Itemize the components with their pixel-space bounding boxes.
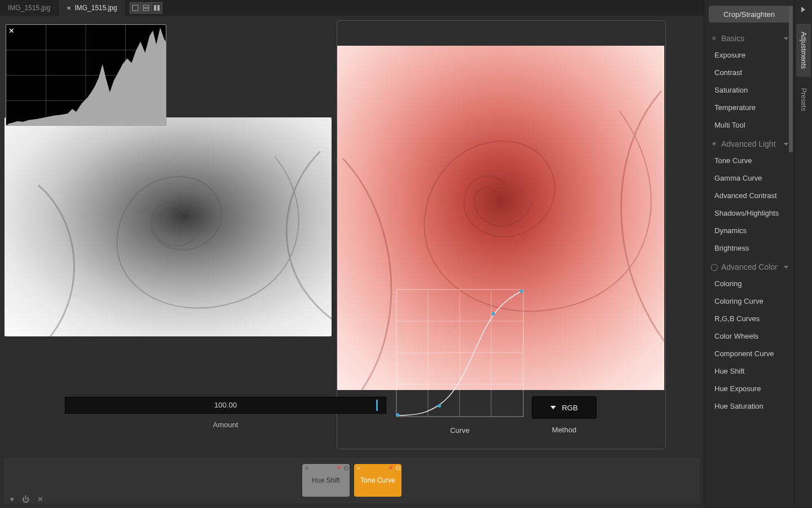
scrollbar[interactable] (789, 6, 793, 231)
close-icon[interactable]: ✕ (356, 465, 361, 471)
svg-point-20 (396, 413, 399, 417)
tool-item[interactable]: Hue Saturation (704, 397, 794, 415)
effect-chip-tone-curve[interactable]: ✕ 📌⏻ Tone Curve (354, 464, 401, 497)
svg-rect-3 (154, 5, 156, 11)
tool-item[interactable]: Component Curve (704, 345, 794, 362)
tool-item[interactable]: Hue Exposure (704, 380, 794, 397)
document-tab[interactable]: ✕ IMG_1515.jpg (59, 0, 125, 16)
section-title: Advanced Color (721, 262, 778, 271)
view-single-button[interactable] (130, 2, 141, 14)
preview-edited-panel: Curve RGB Method (337, 20, 666, 449)
slider-handle[interactable] (376, 400, 378, 411)
tool-item[interactable]: Exposure (704, 46, 794, 64)
preview-original (5, 117, 332, 336)
tool-item[interactable]: Dynamics (704, 222, 794, 239)
right-dock: Adjustments Presets (794, 0, 812, 508)
method-label: Method (532, 426, 597, 434)
tool-item[interactable]: Hue Shift (704, 362, 794, 380)
amount-slider[interactable]: 100.00 (65, 397, 386, 414)
crop-straighten-button[interactable]: Crop/Straighten (709, 6, 789, 23)
power-icon[interactable]: ⏻ (22, 495, 29, 503)
sun-icon: ☀ (710, 140, 718, 148)
tool-item[interactable]: Coloring (704, 275, 794, 292)
view-toggle-group (130, 0, 162, 16)
tool-item[interactable]: Saturation (704, 81, 794, 99)
tool-item[interactable]: R,G,B Curves (704, 310, 794, 327)
effect-chip-hue-shift[interactable]: ✕ 📌⏻ Hue Shift (302, 464, 350, 497)
method-value: RGB (562, 404, 577, 412)
tool-item[interactable]: Multi Tool (704, 116, 794, 134)
section-title: Basics (721, 34, 744, 43)
chevron-down-icon (550, 406, 556, 409)
tone-curve-editor[interactable] (396, 290, 523, 417)
adjustments-sidebar: Crop/Straighten≡BasicsExposureContrastSa… (704, 0, 794, 508)
chevron-down-icon (784, 266, 788, 269)
expand-icon[interactable] (801, 7, 805, 12)
palette-icon: ◯ (710, 263, 718, 271)
amount-value: 100.00 (65, 401, 386, 409)
svg-point-21 (438, 404, 441, 408)
chevron-down-icon[interactable]: ▾ (10, 495, 14, 503)
effect-label: Tone Curve (360, 476, 395, 484)
section-header[interactable]: ≡Basics (704, 28, 794, 46)
amount-label: Amount (65, 421, 386, 429)
effect-label: Hue Shift (312, 476, 339, 484)
section-title: Advanced Light (721, 139, 776, 148)
pin-icon[interactable]: 📌 (336, 465, 342, 471)
effects-strip: ▾ ⏻ ✕ ✕ 📌⏻ Hue Shift ✕ 📌⏻ Tone Curve (3, 457, 700, 503)
close-icon[interactable]: ✕ (304, 465, 309, 471)
svg-point-23 (520, 290, 523, 293)
svg-rect-1 (143, 5, 149, 7)
tool-item[interactable]: Tone Curve (704, 152, 794, 169)
chevron-down-icon (784, 143, 788, 146)
tool-item[interactable]: Coloring Curve (704, 292, 794, 310)
tool-item[interactable]: Contrast (704, 64, 794, 81)
document-tab[interactable]: IMG_1515.jpg (0, 0, 59, 16)
tool-item[interactable]: Brightness (704, 239, 794, 257)
svg-rect-4 (157, 5, 160, 11)
section-header[interactable]: ◯Advanced Color (704, 257, 794, 275)
curve-label: Curve (396, 426, 523, 435)
view-split-v-button[interactable] (151, 2, 162, 14)
tool-item[interactable]: Color Wheels (704, 327, 794, 345)
tool-item[interactable]: Gamma Curve (704, 169, 794, 187)
svg-rect-2 (143, 8, 149, 11)
power-icon[interactable]: ⏻ (343, 465, 348, 471)
histogram-panel[interactable]: ✕ (6, 24, 166, 126)
method-dropdown[interactable]: RGB (532, 396, 597, 419)
dock-tab-adjustments[interactable]: Adjustments (796, 24, 811, 77)
tab-label: IMG_1515.jpg (74, 4, 117, 12)
close-icon[interactable]: ✕ (67, 5, 71, 11)
power-icon[interactable]: ⏻ (395, 465, 400, 471)
tool-item[interactable]: Shadows/Highlights (704, 204, 794, 222)
document-tabbar: IMG_1515.jpg ✕ IMG_1515.jpg (0, 0, 704, 16)
tool-item[interactable]: Temperature (704, 99, 794, 116)
view-split-h-button[interactable] (140, 2, 152, 14)
tool-item[interactable]: Advanced Contrast (704, 187, 794, 204)
svg-rect-0 (133, 5, 138, 11)
section-header[interactable]: ☀Advanced Light (704, 134, 794, 152)
svg-point-22 (492, 312, 495, 316)
close-icon[interactable]: ✕ (37, 495, 43, 503)
sliders-icon: ≡ (710, 34, 718, 42)
pin-icon[interactable]: 📌 (387, 465, 394, 471)
dock-tab-presets[interactable]: Presets (796, 80, 811, 119)
chevron-down-icon (784, 37, 788, 40)
tab-label: IMG_1515.jpg (8, 4, 50, 12)
close-icon[interactable]: ✕ (8, 27, 15, 35)
